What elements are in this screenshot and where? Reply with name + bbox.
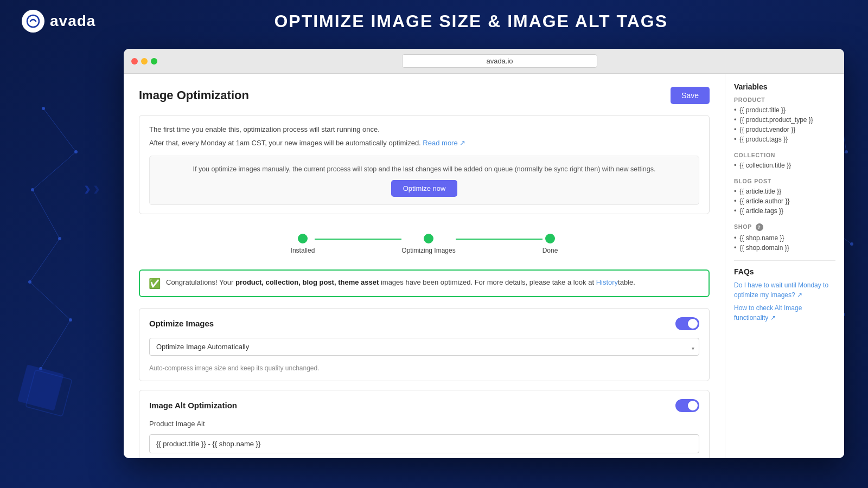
- step-circle-done: [545, 234, 555, 243]
- sidebar-divider: [734, 260, 835, 261]
- step-line-1: [315, 239, 401, 240]
- faqs-title: FAQs: [734, 267, 835, 276]
- page-header: Image Optimization Save: [139, 87, 710, 104]
- svg-point-26: [58, 237, 61, 240]
- svg-line-33: [30, 239, 60, 282]
- svg-point-24: [74, 150, 78, 153]
- collection-label: COLLECTION: [734, 152, 835, 158]
- browser-dots: [131, 58, 157, 65]
- step-label-done: Done: [542, 247, 558, 254]
- svg-line-35: [41, 320, 71, 369]
- browser-bar: avada.io: [124, 49, 844, 74]
- svg-point-25: [31, 188, 34, 191]
- info-box: The first time you enable this, optimiza…: [139, 115, 710, 214]
- svg-line-32: [33, 190, 60, 239]
- shop-help-icon[interactable]: ?: [756, 223, 763, 231]
- var-shop-domain: • {{ shop.domain }}: [734, 244, 835, 252]
- var-product-type: • {{ product.product_type }}: [734, 116, 835, 124]
- info-text-2: After that, every Monday at 1am CST, you…: [149, 138, 699, 149]
- optimize-images-section: Optimize Images Optimize Image Automatic…: [139, 308, 710, 381]
- image-alt-toggle[interactable]: [675, 399, 699, 412]
- dot-green[interactable]: [151, 58, 157, 65]
- image-alt-section: Image Alt Optimization Product Image Alt: [139, 390, 710, 458]
- main-panel: Image Optimization Save The first time y…: [124, 74, 725, 458]
- var-product-tags: • {{ product.tags }}: [734, 136, 835, 143]
- optimize-now-button[interactable]: Optimize now: [391, 180, 458, 197]
- var-article-author: • {{ article.author }}: [734, 197, 835, 205]
- step-label-optimizing: Optimizing Images: [401, 247, 455, 254]
- logo-area: avada: [22, 10, 95, 33]
- optimize-images-header: Optimize Images: [149, 317, 699, 330]
- svg-point-28: [69, 318, 72, 322]
- faq-link-1[interactable]: Do I have to wait until Monday to optimi…: [734, 280, 835, 300]
- svg-point-7: [850, 242, 853, 246]
- success-banner: ✅ Congratulations! Your product, collect…: [139, 269, 710, 297]
- shop-label: SHOP ?: [734, 223, 835, 231]
- svg-point-23: [42, 107, 45, 110]
- var-collection-title: • {{ collection.title }}: [734, 162, 835, 169]
- svg-line-34: [30, 282, 71, 320]
- page-title: Image Optimization: [139, 88, 249, 102]
- var-product-vendor: • {{ product.vendor }}: [734, 126, 835, 133]
- optimize-hint: Auto-compress image size and keep its qu…: [149, 364, 699, 372]
- optimize-select[interactable]: Optimize Image Automatically Manual: [149, 338, 699, 356]
- step-circle-optimizing: [424, 234, 433, 243]
- step-label-installed: Installed: [291, 247, 315, 254]
- svg-text:›: ›: [93, 177, 100, 200]
- browser-url-bar: avada.io: [402, 54, 597, 68]
- step-circle-installed: [298, 234, 308, 243]
- logo-icon: [22, 10, 44, 33]
- svg-point-47: [27, 15, 39, 27]
- image-alt-title: Image Alt Optimization: [149, 401, 237, 410]
- progress-steps: Installed Optimizing Images Done: [139, 225, 710, 263]
- sidebar: Variables PRODUCT • {{ product.title }} …: [725, 74, 844, 458]
- variables-title: Variables: [734, 82, 835, 91]
- inner-box: If you optimize images manually, the cur…: [149, 156, 699, 205]
- svg-rect-41: [17, 364, 64, 411]
- page-main-title: OPTIMIZE IMAGE SIZE & IMAGE ALT TAGS: [95, 11, 846, 31]
- image-alt-header: Image Alt Optimization: [149, 399, 699, 412]
- product-image-alt-label: Product Image Alt: [149, 420, 699, 428]
- collection-vars-section: COLLECTION • {{ collection.title }}: [734, 152, 835, 169]
- optimize-images-toggle[interactable]: [675, 317, 699, 330]
- blog-post-label: BLOG POST: [734, 178, 835, 184]
- logo-text: avada: [50, 12, 95, 30]
- svg-text:›: ›: [84, 177, 91, 200]
- step-optimizing: Optimizing Images: [401, 234, 455, 254]
- product-image-alt-input[interactable]: [149, 434, 699, 453]
- info-text-1: The first time you enable this, optimiza…: [149, 124, 699, 136]
- read-more-link[interactable]: Read more ↗: [423, 139, 465, 147]
- dot-red[interactable]: [131, 58, 138, 65]
- svg-rect-42: [25, 370, 72, 416]
- history-link[interactable]: History: [596, 278, 618, 286]
- browser-content: Image Optimization Save The first time y…: [124, 74, 844, 458]
- save-button[interactable]: Save: [671, 87, 710, 104]
- success-icon: ✅: [149, 278, 161, 290]
- success-text: Congratulations! Your product, collectio…: [166, 277, 635, 288]
- optimize-images-title: Optimize Images: [149, 319, 214, 328]
- var-article-tags: • {{ article.tags }}: [734, 207, 835, 215]
- step-done: Done: [542, 234, 558, 254]
- var-product-title: • {{ product.title }}: [734, 106, 835, 114]
- var-article-title: • {{ article.title }}: [734, 188, 835, 195]
- svg-point-27: [28, 280, 31, 284]
- svg-point-29: [39, 367, 42, 370]
- svg-point-3: [845, 150, 848, 153]
- optimize-select-wrapper: Optimize Image Automatically Manual: [149, 338, 699, 360]
- product-vars-section: PRODUCT • {{ product.title }} • {{ produ…: [734, 97, 835, 143]
- faq-link-2[interactable]: How to check Alt Image functionality ↗: [734, 303, 835, 323]
- svg-line-31: [33, 152, 76, 190]
- manual-note: If you optimize images manually, the cur…: [158, 164, 690, 175]
- step-installed: Installed: [291, 234, 315, 254]
- product-label: PRODUCT: [734, 97, 835, 103]
- browser-window: avada.io Image Optimization Save The fir…: [124, 49, 844, 458]
- shop-vars-section: SHOP ? • {{ shop.name }} • {{ shop.domai…: [734, 223, 835, 252]
- svg-line-30: [43, 108, 76, 152]
- dot-yellow[interactable]: [141, 58, 148, 65]
- var-shop-name: • {{ shop.name }}: [734, 234, 835, 242]
- blog-post-vars-section: BLOG POST • {{ article.title }} • {{ art…: [734, 178, 835, 215]
- faqs-section: FAQs Do I have to wait until Monday to o…: [734, 267, 835, 323]
- step-line-2: [456, 239, 542, 240]
